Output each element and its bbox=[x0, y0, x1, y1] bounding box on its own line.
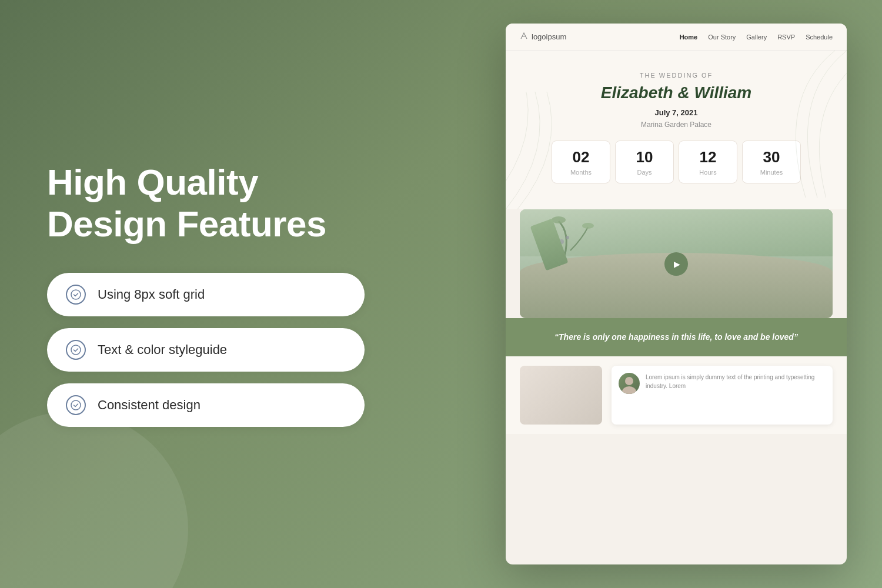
nav-links: Home Our Story Gallery RSVP Schedule bbox=[680, 34, 833, 41]
feature-item-grid: Using 8px soft grid bbox=[47, 273, 365, 316]
bottom-image-placeholder bbox=[520, 366, 602, 425]
video-section[interactable]: ▶ bbox=[520, 209, 833, 318]
wedding-of-label: THE WEDDING OF bbox=[520, 72, 833, 79]
months-label: Months bbox=[562, 169, 600, 176]
couple-name: Elizabeth & William bbox=[520, 83, 833, 102]
svg-point-1 bbox=[71, 345, 81, 355]
site-hero: THE WEDDING OF Elizabeth & William July … bbox=[506, 51, 847, 209]
feature-text-design: Consistent design bbox=[98, 397, 201, 413]
site-navbar: logoipsum Home Our Story Gallery RSVP Sc… bbox=[506, 24, 847, 51]
wedding-venue: Marina Garden Palace bbox=[520, 121, 833, 129]
quote-text: “There is only one happiness in this lif… bbox=[524, 331, 828, 343]
feature-item-color: Text & color styleguide bbox=[47, 328, 365, 372]
minutes-number: 30 bbox=[752, 148, 791, 166]
logo-icon bbox=[520, 32, 528, 42]
site-logo: logoipsum bbox=[520, 32, 566, 42]
wedding-date: July 7, 2021 bbox=[520, 108, 833, 117]
countdown-hours: 12 Hours bbox=[679, 141, 737, 183]
feature-text-grid: Using 8px soft grid bbox=[98, 287, 205, 302]
check-icon-grid bbox=[66, 285, 86, 305]
nav-schedule[interactable]: Schedule bbox=[806, 34, 833, 41]
main-heading: High Quality Design Features bbox=[47, 161, 365, 245]
months-number: 02 bbox=[562, 148, 600, 166]
svg-point-14 bbox=[622, 386, 636, 394]
avatar bbox=[619, 373, 640, 394]
countdown-timer: 02 Months 10 Days 12 Hours 30 Minutes bbox=[520, 141, 833, 183]
website-preview: logoipsum Home Our Story Gallery RSVP Sc… bbox=[506, 24, 847, 564]
days-number: 10 bbox=[625, 148, 664, 166]
nav-home[interactable]: Home bbox=[680, 34, 698, 41]
nav-gallery[interactable]: Gallery bbox=[746, 34, 767, 41]
bottom-section: Lorem ipsum is simply dummy text of the … bbox=[506, 356, 847, 434]
minutes-label: Minutes bbox=[752, 169, 791, 176]
feature-item-design: Consistent design bbox=[47, 383, 365, 427]
countdown-minutes: 30 Minutes bbox=[742, 141, 801, 183]
svg-point-0 bbox=[71, 290, 81, 299]
lorem-text: Lorem ipsum is simply dummy text of the … bbox=[646, 373, 826, 417]
feature-text-color: Text & color styleguide bbox=[98, 342, 227, 358]
hours-number: 12 bbox=[689, 148, 727, 166]
nav-our-story[interactable]: Our Story bbox=[708, 34, 736, 41]
countdown-months: 02 Months bbox=[552, 141, 610, 183]
days-label: Days bbox=[625, 169, 664, 176]
countdown-days: 10 Days bbox=[615, 141, 674, 183]
check-icon-design bbox=[66, 395, 86, 415]
play-button[interactable]: ▶ bbox=[664, 252, 688, 276]
nav-rsvp[interactable]: RSVP bbox=[777, 34, 795, 41]
testimonial-card: Lorem ipsum is simply dummy text of the … bbox=[612, 366, 833, 425]
logo-text: logoipsum bbox=[532, 32, 566, 41]
check-icon-color bbox=[66, 340, 86, 360]
quote-section: “There is only one happiness in this lif… bbox=[506, 318, 847, 356]
left-panel: High Quality Design Features Using 8px s… bbox=[47, 0, 365, 588]
hours-label: Hours bbox=[689, 169, 727, 176]
video-overlay: ▶ bbox=[520, 209, 833, 318]
svg-point-2 bbox=[71, 400, 81, 410]
avatar-image bbox=[619, 373, 640, 394]
svg-point-13 bbox=[625, 377, 633, 385]
play-icon: ▶ bbox=[674, 259, 680, 269]
feature-list: Using 8px soft grid Text & color stylegu… bbox=[47, 273, 365, 427]
